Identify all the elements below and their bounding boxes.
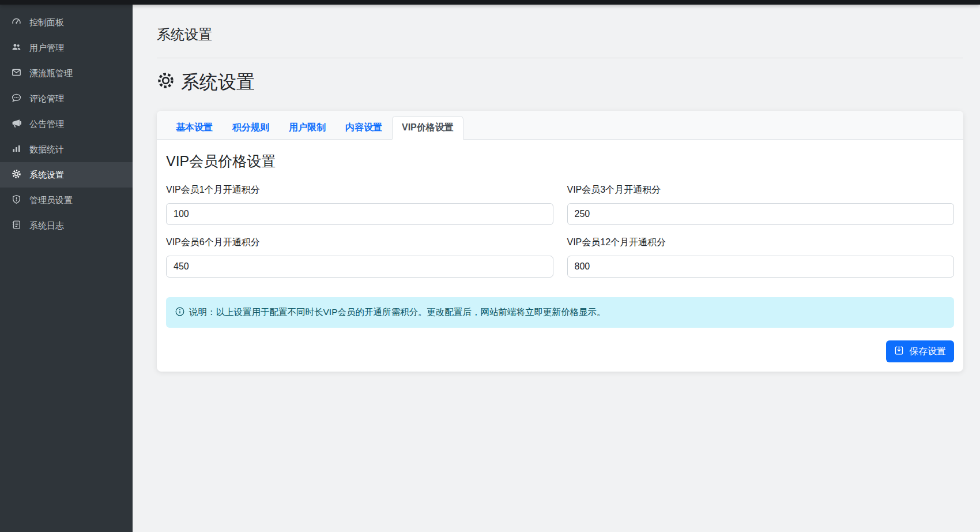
main-content: 系统设置 系统设置 基本设置 积分规则 用户限制 内容设置 VIP价格设置 VI… xyxy=(133,0,980,372)
vip-3-month-field-group: VIP会员3个月开通积分 xyxy=(567,184,955,225)
sidebar-item-system-settings[interactable]: 系统设置 xyxy=(0,162,133,188)
save-icon xyxy=(894,346,904,358)
vip-1-month-field-group: VIP会员1个月开通积分 xyxy=(166,184,553,225)
page-header-title: 系统设置 xyxy=(157,25,963,58)
journal-icon xyxy=(12,220,21,231)
vip-1-month-label: VIP会员1个月开通积分 xyxy=(166,184,553,196)
sidebar-item-admin-settings[interactable]: 管理员设置 xyxy=(0,188,133,213)
shield-icon xyxy=(12,194,21,206)
sidebar-item-label: 系统日志 xyxy=(29,220,64,231)
sidebar: 控制面板 用户管理 漂流瓶管理 评论管理 公告管理 数据统计 系统设置 管理员设… xyxy=(0,0,133,532)
save-button-label: 保存设置 xyxy=(909,346,946,358)
sidebar-item-users[interactable]: 用户管理 xyxy=(0,35,133,61)
sidebar-item-label: 漂流瓶管理 xyxy=(29,68,73,79)
chat-icon xyxy=(12,93,21,104)
sidebar-item-label: 用户管理 xyxy=(29,43,64,54)
vip-12-month-field-group: VIP会员12个月开通积分 xyxy=(567,237,955,278)
sidebar-item-label: 控制面板 xyxy=(29,17,64,28)
gear-icon xyxy=(12,169,21,181)
envelope-icon xyxy=(12,68,21,79)
sidebar-item-label: 公告管理 xyxy=(29,119,64,130)
settings-tabs-bar: 基本设置 积分规则 用户限制 内容设置 VIP价格设置 xyxy=(157,111,963,140)
sidebar-item-comments[interactable]: 评论管理 xyxy=(0,86,133,111)
save-settings-button[interactable]: 保存设置 xyxy=(886,340,954,362)
vip-12-month-input[interactable] xyxy=(567,256,955,278)
tab-points-rules[interactable]: 积分规则 xyxy=(223,116,279,140)
info-circle-icon xyxy=(175,307,184,319)
settings-tabs: 基本设置 积分规则 用户限制 内容设置 VIP价格设置 xyxy=(166,116,954,139)
sidebar-item-label: 管理员设置 xyxy=(29,195,73,206)
page-title-text: 系统设置 xyxy=(181,70,255,95)
section-title: VIP会员价格设置 xyxy=(166,152,954,171)
vip-pricing-panel: VIP会员价格设置 VIP会员1个月开通积分 VIP会员3个月开通积分 VIP会… xyxy=(157,140,963,372)
form-actions: 保存设置 xyxy=(166,340,954,362)
users-icon xyxy=(12,42,21,54)
vip-3-month-input[interactable] xyxy=(567,203,955,225)
sidebar-item-label: 数据统计 xyxy=(29,144,64,155)
vip-3-month-label: VIP会员3个月开通积分 xyxy=(567,184,955,196)
sidebar-item-bottles[interactable]: 漂流瓶管理 xyxy=(0,61,133,86)
sidebar-item-dashboard[interactable]: 控制面板 xyxy=(0,10,133,35)
vip-pricing-form: VIP会员1个月开通积分 VIP会员3个月开通积分 VIP会员6个月开通积分 V… xyxy=(166,184,954,278)
vip-6-month-field-group: VIP会员6个月开通积分 xyxy=(166,237,553,278)
sidebar-item-announcements[interactable]: 公告管理 xyxy=(0,111,133,137)
info-alert: 说明：以上设置用于配置不同时长VIP会员的开通所需积分。更改配置后，网站前端将立… xyxy=(166,297,954,328)
sidebar-item-statistics[interactable]: 数据统计 xyxy=(0,137,133,162)
vip-6-month-input[interactable] xyxy=(166,256,553,278)
sidebar-item-system-log[interactable]: 系统日志 xyxy=(0,213,133,238)
bar-chart-icon xyxy=(12,144,21,155)
tab-vip-pricing[interactable]: VIP价格设置 xyxy=(392,116,463,140)
page-title: 系统设置 xyxy=(157,70,963,95)
vip-1-month-input[interactable] xyxy=(166,203,553,225)
gear-icon xyxy=(157,72,175,94)
top-strip xyxy=(0,0,980,5)
tab-content-settings[interactable]: 内容设置 xyxy=(336,116,392,140)
megaphone-icon xyxy=(12,118,21,130)
vip-6-month-label: VIP会员6个月开通积分 xyxy=(166,237,553,249)
tab-basic-settings[interactable]: 基本设置 xyxy=(166,116,223,140)
speedometer-icon xyxy=(12,17,21,28)
sidebar-item-label: 系统设置 xyxy=(29,170,64,181)
tab-user-limits[interactable]: 用户限制 xyxy=(279,116,336,140)
vip-12-month-label: VIP会员12个月开通积分 xyxy=(567,237,955,249)
info-alert-text: 说明：以上设置用于配置不同时长VIP会员的开通所需积分。更改配置后，网站前端将立… xyxy=(189,306,605,319)
sidebar-item-label: 评论管理 xyxy=(29,93,64,104)
settings-card: 基本设置 积分规则 用户限制 内容设置 VIP价格设置 VIP会员价格设置 VI… xyxy=(157,111,963,372)
